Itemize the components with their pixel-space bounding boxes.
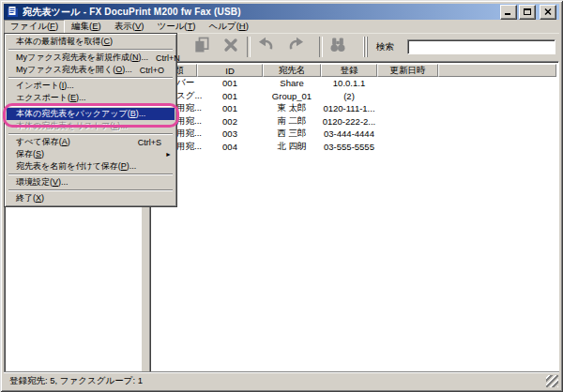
table-header: 種類ID宛先名登録更新日時 [152,64,556,77]
menu-item-label: インポート(I)... [16,80,74,92]
table-row[interactable]: スグ...001Group_01(2) [152,90,556,103]
maximize-button[interactable] [519,5,536,20]
menu-separator [8,105,173,107]
cell-id: 001 [197,91,263,101]
table-row[interactable]: バー001Share10.0.1.1 [152,77,556,90]
menubar-item-help[interactable]: ヘルプ(H) [203,20,255,33]
menu-item-export[interactable]: エクスポート(E)... [7,92,175,104]
cell-registered: 03-555-5555 [321,142,377,152]
app-icon [7,6,19,18]
undo-icon [256,36,275,58]
file-menu-popup: 本体の最新情報を取得(C)Myファクス宛先表を新規作成(N)...Ctrl+NM… [4,33,177,207]
cell-id: 002 [197,116,263,127]
header-cell-registered[interactable]: 登録 [321,64,377,77]
search-label: 検索 [376,41,394,53]
header-cell-name[interactable]: 宛先名 [263,64,321,77]
menu-item-open-myfax[interactable]: Myファクス宛先表を開く(O)...Ctrl+O [7,64,175,76]
find-icon [328,36,347,58]
cell-registered: 10.0.1.1 [321,78,377,88]
find-button[interactable] [326,36,350,58]
cell-registered: 0120-222-2... [321,116,377,127]
paste-button[interactable] [190,36,214,58]
table-row[interactable]: 用宛...001東 太郎0120-111-1... [152,102,556,115]
menu-item-get-latest[interactable]: 本体の最新情報を取得(C) [7,36,175,48]
table-rows: バー001Share10.0.1.1スグ...001Group_01(2)用宛.… [152,77,556,153]
menu-item-label: エクスポート(E)... [16,92,86,104]
toolbar-grip [363,37,368,57]
cell-name: 西 三郎 [263,128,321,140]
cell-name: Share [263,78,321,88]
header-cell-updated[interactable]: 更新日時 [377,64,438,77]
menu-item-backup[interactable]: 本体の宛先表をバックアップ(B)... [7,108,175,120]
menu-item-label: 本体の宛先表をリストア(L)... [16,120,128,132]
cell-registered: 0120-111-1... [321,103,377,113]
menu-item-label: 環境設定(V)... [16,176,68,188]
menubar-item-view[interactable]: 表示(V) [108,20,151,33]
submenu-arrow-icon: ► [165,151,172,158]
header-cell-id[interactable]: ID [197,64,263,77]
cell-id: 003 [197,128,263,139]
resize-grip[interactable] [546,375,558,387]
menubar-item-tools[interactable]: ツール(T) [150,20,202,33]
menu-item-label: すべて保存(A) [16,136,70,148]
cell-id: 001 [197,78,263,88]
menu-item-shortcut: Ctrl+N [148,53,180,63]
cell-name: Group_01 [263,91,321,101]
table-row[interactable]: 用宛...003西 三郎03-444-4444 [152,128,556,141]
delete-button[interactable] [219,36,243,58]
menu-item-label: 保存(S) [16,148,44,160]
screenshot-root: 宛先表ツール - FX DocuPrint M200 fw Fax (USB) … [0,0,563,392]
cell-registered: (2) [321,91,377,101]
app-window: 宛先表ツール - FX DocuPrint M200 fw Fax (USB) … [0,0,563,392]
status-text: 登録宛先: 5, ファクスグループ: 1 [9,375,143,387]
menu-item-restore: 本体の宛先表をリストア(L)... [7,120,175,132]
close-icon [543,8,553,16]
search-input[interactable] [407,39,555,54]
menu-item-shortcut: Ctrl+S [130,138,161,147]
menu-separator [8,77,173,79]
header-cell-filler [438,64,556,77]
minimize-button[interactable] [500,5,517,20]
menubar-item-edit[interactable]: 編集(E) [65,20,108,33]
redo-icon [287,36,306,58]
close-button[interactable] [540,5,556,20]
maximize-icon [523,8,532,16]
minimize-icon [504,8,513,16]
toolbar-separator [319,37,323,57]
cell-registered: 03-444-4444 [321,128,377,139]
menu-item-save-all[interactable]: すべて保存(A)Ctrl+S [7,136,175,148]
table-row[interactable]: 用宛...002南 二郎0120-222-2... [152,115,556,128]
cell-id: 004 [197,142,263,152]
menu-separator [8,189,173,191]
menu-item-label: 本体の宛先表をバックアップ(B)... [16,108,145,120]
delete-icon [221,36,240,58]
menu-item-import[interactable]: インポート(I)... [7,80,175,92]
menu-item-new-myfax[interactable]: Myファクス宛先表を新規作成(N)...Ctrl+N [7,52,175,64]
menu-item-label: 終了(X) [16,192,44,204]
menu-item-save-as[interactable]: 宛先表を名前を付けて保存(P)... [7,160,175,173]
menu-separator [8,133,173,135]
table-row[interactable]: 用宛...004北 四朗03-555-5555 [152,141,556,154]
status-bar: 登録宛先: 5, ファクスグループ: 1 [4,372,559,388]
menu-separator [8,173,173,175]
menu-item-label: 本体の最新情報を取得(C) [16,36,113,48]
menu-item-label: Myファクス宛先表を新規作成(N)... [16,52,148,64]
undo-button[interactable] [253,36,278,58]
redo-button[interactable] [284,36,309,58]
cell-name: 北 四朗 [263,141,321,153]
menu-item-save[interactable]: 保存(S)► [7,148,175,160]
paste-icon [192,36,211,58]
menu-item-exit[interactable]: 終了(X) [7,192,175,204]
cell-name: 南 二郎 [263,115,321,128]
menu-item-label: Myファクス宛先表を開く(O)... [16,64,132,76]
menu-item-label: 宛先表を名前を付けて保存(P)... [16,160,136,173]
cell-name: 東 太郎 [263,102,321,114]
menu-item-shortcut: Ctrl+O [132,66,164,75]
cell-id: 001 [197,103,263,113]
menu-separator [8,49,173,51]
menu-bar: ファイル(F)編集(E)表示(V)ツール(T)ヘルプ(H) [4,20,559,33]
menu-item-preferences[interactable]: 環境設定(V)... [7,176,175,188]
title-bar: 宛先表ツール - FX DocuPrint M200 fw Fax (USB) [4,4,559,20]
address-table-panel: 種類ID宛先名登録更新日時 バー001Share10.0.1.1スグ...001… [149,61,559,372]
menubar-item-file[interactable]: ファイル(F) [4,20,65,34]
